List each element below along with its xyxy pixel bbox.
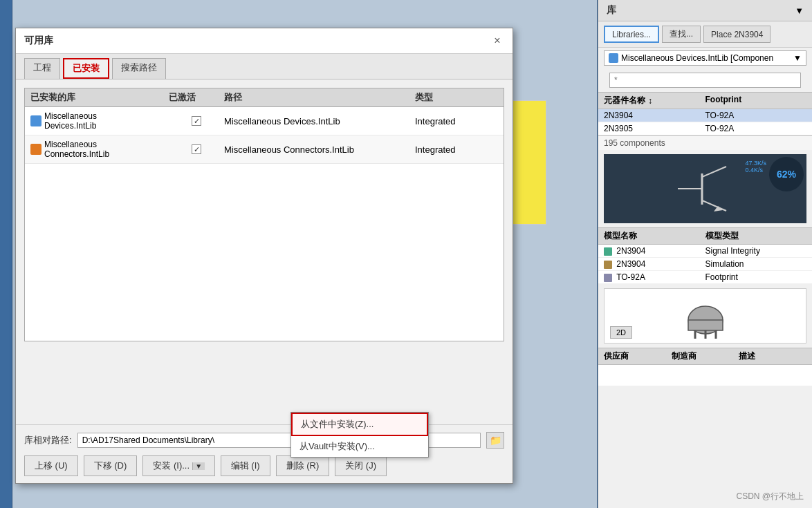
component-rows: 2N3904 TO-92A 2N3905 TO-92A [598, 109, 812, 136]
perf-stat-1: 47.3K/s0.4K/s [745, 160, 766, 173]
header-footprint: Footprint [705, 95, 807, 106]
install-button[interactable]: 安装 (I)... ▼ [142, 455, 214, 476]
path-browse-button[interactable]: 📁 [486, 432, 504, 449]
header-type: 类型 [415, 91, 498, 104]
performance-gauge: 62% [769, 157, 804, 191]
lib-name-cell-2: MiscellaneousConnectors.IntLib [30, 140, 169, 159]
2d-preview: 2D [604, 288, 806, 344]
header-lib-name: 已安装的库 [30, 91, 169, 104]
lib-selector-dropdown[interactable]: Miscellaneous Devices.IntLib [Componen ▼ [604, 50, 806, 66]
left-sidebar-strip [0, 0, 12, 508]
install-from-vault-item[interactable]: 从Vault中安装(V)... [291, 436, 428, 457]
table-row[interactable]: MiscellaneousConnectors.IntLib ✓ Miscell… [25, 135, 504, 164]
tab-installed[interactable]: 已安装 [63, 58, 109, 79]
model-name-3: TO-92A [604, 272, 705, 282]
lib-path-1: Miscellaneous Devices.IntLib [224, 116, 415, 126]
suppliers-rows [598, 365, 812, 386]
dialog-bottom: 库相对路径: 📁 上移 (U) 下移 (D) 安装 (I)... ▼ 编辑 (I… [16, 424, 513, 483]
model-icon-sim [604, 261, 612, 269]
libraries-button[interactable]: Libraries... [604, 26, 659, 43]
model-row-3[interactable]: TO-92A Footprint [598, 271, 812, 284]
header-model-type: 模型类型 [705, 230, 807, 242]
edit-button[interactable]: 编辑 (I) [221, 455, 270, 476]
svg-rect-6 [688, 320, 723, 330]
comp-fp-1: TO-92A [705, 111, 807, 120]
model-type-3: Footprint [705, 272, 807, 282]
lib-path-2: Miscellaneous Connectors.IntLib [224, 144, 415, 155]
panel-toolbar: Libraries... 查找... Place 2N3904 [598, 21, 812, 48]
header-comp-name: 元器件名称 ↕ [604, 95, 705, 106]
svg-line-1 [702, 167, 726, 177]
install-from-file-item[interactable]: 从文件中安装(Z)... [291, 413, 428, 436]
model-row-1[interactable]: 2N3904 Signal Integrity [598, 245, 812, 258]
active-checkbox-1[interactable]: ✓ [169, 116, 224, 126]
checkbox-checked-2[interactable]: ✓ [192, 144, 201, 154]
dialog-close-button[interactable]: × [490, 34, 504, 48]
close-button[interactable]: 关闭 (J) [335, 455, 387, 476]
comp-name-2: 2N3905 [604, 124, 705, 133]
available-libraries-dialog: 可用库 × 工程 已安装 搜索路径 已安装的库 已激活 路径 类型 Miscel… [15, 28, 513, 484]
delete-button[interactable]: 删除 (R) [276, 455, 330, 476]
models-table-header: 模型名称 模型类型 [598, 227, 812, 245]
lib-name-cell: MiscellaneousDevices.IntLib [30, 111, 169, 131]
search-button[interactable]: 查找... [662, 26, 701, 43]
model-type-1: Signal Integrity [705, 246, 807, 256]
library-table-body[interactable]: MiscellaneousDevices.IntLib ✓ Miscellane… [24, 106, 504, 341]
tab-project[interactable]: 工程 [24, 58, 60, 79]
2d-button[interactable]: 2D [610, 326, 632, 339]
install-dropdown-arrow[interactable]: ▼ [192, 462, 205, 470]
lib-icon-1 [30, 115, 41, 126]
table-row[interactable]: MiscellaneousDevices.IntLib ✓ Miscellane… [25, 107, 504, 135]
model-name-1: 2N3904 [604, 246, 705, 256]
svg-line-2 [702, 200, 726, 211]
header-model-name: 模型名称 [604, 230, 705, 242]
header-path: 路径 [224, 91, 415, 104]
lib-selector-icon [609, 53, 618, 63]
library-panel: 库 ▼ Libraries... 查找... Place 2N3904 Misc… [598, 0, 812, 508]
dialog-tabs: 工程 已安装 搜索路径 [16, 54, 513, 79]
install-label: 安装 (I)... [153, 460, 190, 471]
component-preview: 62% 47.3K/s0.4K/s [604, 154, 806, 223]
path-row: 库相对路径: 📁 [24, 432, 504, 449]
path-label: 库相对路径: [24, 434, 72, 446]
suppliers-table-header: 供应商 制造商 描述 [598, 348, 812, 365]
dialog-title-bar: 可用库 × [16, 28, 513, 54]
move-down-button[interactable]: 下移 (D) [84, 455, 138, 476]
place-button[interactable]: Place 2N3904 [703, 26, 771, 43]
component-search-input[interactable] [609, 73, 801, 88]
comp-row-2[interactable]: 2N3905 TO-92A [598, 122, 812, 135]
lib-type-2: Integrated [415, 144, 498, 155]
sort-icon: ↕ [648, 96, 652, 106]
move-up-button[interactable]: 上移 (U) [24, 455, 78, 476]
panel-title-bar: 库 ▼ [598, 0, 812, 21]
model-icon-fp [604, 274, 612, 282]
lib-name-2: MiscellaneousConnectors.IntLib [44, 140, 109, 159]
library-table-header: 已安装的库 已激活 路径 类型 [24, 88, 504, 106]
header-manufacturer: 制造商 [672, 350, 739, 362]
transistor-symbol [657, 156, 754, 222]
component-table-header: 元器件名称 ↕ Footprint [598, 92, 812, 109]
lib-selector-container: Miscellaneous Devices.IntLib [Componen ▼ [598, 48, 812, 68]
active-checkbox-2[interactable]: ✓ [169, 144, 224, 154]
model-name-2: 2N3904 [604, 259, 705, 269]
comp-row-selected[interactable]: 2N3904 TO-92A [598, 109, 812, 122]
panel-collapse-icon[interactable]: ▼ [795, 6, 804, 16]
lib-selector-text: Miscellaneous Devices.IntLib [Componen [621, 53, 773, 63]
watermark: CSDN @行不地上 [736, 491, 804, 502]
search-container [598, 68, 812, 92]
gauge-value: 62% [777, 169, 796, 180]
model-row-2[interactable]: 2N3904 Simulation [598, 258, 812, 271]
dialog-content: 已安装的库 已激活 路径 类型 MiscellaneousDevices.Int… [16, 79, 513, 465]
lib-icon-2 [30, 144, 41, 155]
comp-name-1: 2N3904 [604, 111, 705, 120]
tab-search-path[interactable]: 搜索路径 [112, 58, 166, 79]
model-type-2: Simulation [705, 259, 807, 269]
checkbox-checked-1[interactable]: ✓ [192, 116, 201, 126]
lib-type-1: Integrated [415, 116, 498, 126]
lib-selector-arrow: ▼ [793, 53, 802, 63]
model-icon-si [604, 247, 612, 256]
panel-title: 库 [607, 4, 616, 17]
dialog-title: 可用库 [24, 35, 53, 47]
footprint-2d-preview [685, 294, 726, 339]
lib-name-1: MiscellaneousDevices.IntLib [44, 111, 97, 131]
